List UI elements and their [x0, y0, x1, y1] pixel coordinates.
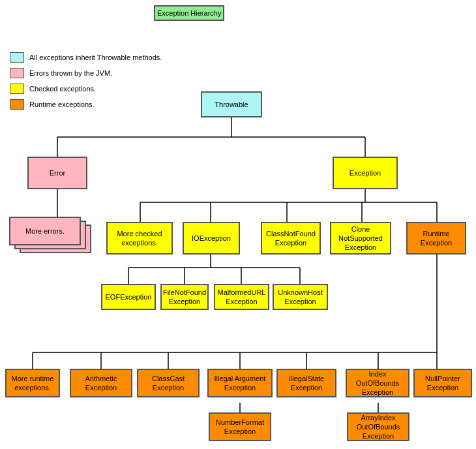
legend-label-yellow: Checked exceptions.	[29, 85, 96, 93]
legend-item-cyan: All exceptions inherit Throwable methods…	[10, 52, 162, 63]
legend-label-cyan: All exceptions inherit Throwable methods…	[29, 54, 162, 61]
legend-item-orange: Runtime exceptions.	[10, 99, 162, 110]
node-more-errors: More errors.	[9, 217, 81, 245]
legend-label-orange: Runtime exceptions.	[29, 101, 95, 108]
node-numberformat: NumberFormat Exception	[209, 412, 271, 441]
node-nullpointer: NullPointer Exception	[413, 369, 472, 397]
legend-color-orange	[10, 99, 24, 110]
node-illegalstate: IllegalState Exception	[276, 369, 336, 397]
node-more-checked: More checked exceptions.	[106, 222, 173, 255]
node-filenotfound: FileNotFound Exception	[160, 284, 209, 310]
node-more-runtime: More runtime exceptions.	[5, 369, 60, 397]
node-exception: Exception	[333, 157, 398, 189]
node-error: Error	[27, 157, 87, 189]
legend-color-yellow	[10, 84, 24, 94]
node-unknownhost: UnknownHost Exception	[273, 284, 328, 310]
node-clonenotsupported: Clone NotSupported Exception	[330, 222, 391, 255]
legend: All exceptions inherit Throwable methods…	[10, 52, 162, 115]
node-eofexception: EOFException	[101, 284, 156, 310]
node-runtimeexception: Runtime Exception	[406, 222, 466, 255]
legend-item-pink: Errors thrown by the JVM.	[10, 68, 162, 78]
node-indexoutofbounds: Index OutOfBounds Exception	[346, 369, 409, 397]
node-classcast: ClassCast Exception	[137, 369, 200, 397]
node-illegalargument: Illegal Argument Exception	[207, 369, 273, 397]
node-arrayindex: ArrayIndex OutOfBounds Exception	[347, 412, 409, 441]
node-classnotfound: ClassNotFound Exception	[261, 222, 321, 255]
node-malformedurl: MalformedURL Exception	[214, 284, 269, 310]
legend-color-cyan	[10, 52, 24, 63]
node-ioexception: IOException	[183, 222, 240, 255]
node-arithmetic: Arithmetic Exception	[70, 369, 132, 397]
legend-label-pink: Errors thrown by the JVM.	[29, 69, 112, 77]
page-title: Exception Hierarchy	[154, 5, 224, 21]
node-throwable: Throwable	[201, 91, 262, 117]
legend-item-yellow: Checked exceptions.	[10, 84, 162, 94]
legend-color-pink	[10, 68, 24, 78]
